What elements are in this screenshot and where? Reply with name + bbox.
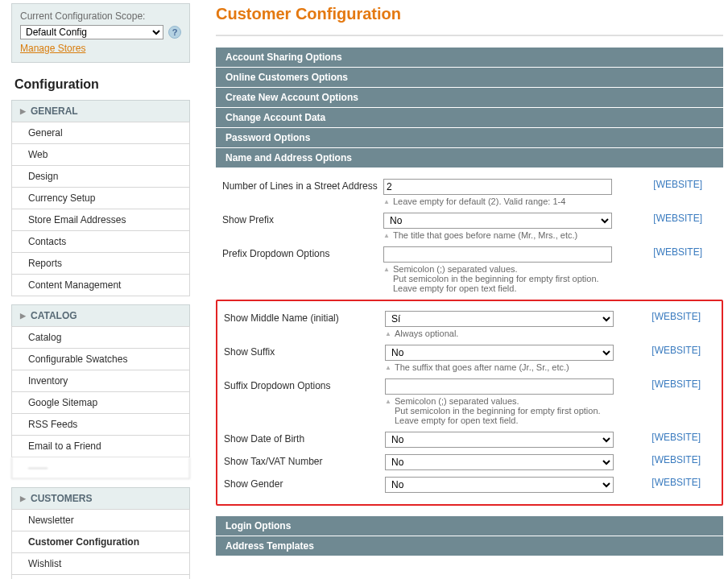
section-online-customers[interactable]: Online Customers Options: [216, 68, 723, 87]
help-icon[interactable]: ?: [168, 26, 181, 39]
section-address-templates[interactable]: Address Templates: [216, 536, 723, 556]
nav-item-design[interactable]: Design: [11, 166, 190, 188]
nav-item-sitemap[interactable]: Google Sitemap: [11, 392, 190, 414]
scope-link[interactable]: [WEBSITE]: [653, 179, 702, 190]
scope-link[interactable]: [WEBSITE]: [653, 213, 702, 224]
scope-select[interactable]: Default Config: [20, 25, 163, 39]
nav-item-inventory[interactable]: Inventory: [11, 370, 190, 392]
select-suffix[interactable]: No: [385, 345, 614, 361]
hint-suffix-opts-3: Leave empty for open text field.: [385, 416, 614, 425]
label-middle: Show Middle Name (initial): [224, 311, 385, 324]
scope-link[interactable]: [WEBSITE]: [651, 345, 701, 356]
section-password[interactable]: Password Options: [216, 128, 723, 147]
section-account-sharing[interactable]: Account Sharing Options: [216, 48, 723, 67]
hint-lines: Leave empty for default (2). Valid range…: [393, 196, 565, 206]
nav-item-store-email[interactable]: Store Email Addresses: [11, 209, 190, 231]
scope-link[interactable]: [WEBSITE]: [651, 454, 701, 465]
nav-item-newsletter[interactable]: Newsletter: [11, 509, 190, 531]
triangle-up-icon: ▲: [383, 264, 390, 274]
triangle-up-icon: ▲: [385, 362, 391, 372]
scope-link[interactable]: [WEBSITE]: [651, 311, 701, 322]
nav-group-customers[interactable]: ▶ CUSTOMERS: [11, 487, 190, 509]
label-tax: Show Tax/VAT Number: [224, 454, 385, 467]
select-prefix[interactable]: No: [383, 213, 612, 229]
title-rule: [216, 35, 723, 36]
nav-item-customer-config[interactable]: Customer Configuration: [11, 531, 190, 553]
label-suffix: Show Suffix: [224, 345, 385, 358]
nav-item-promotions[interactable]: Promotions: [11, 575, 190, 579]
scope-link[interactable]: [WEBSITE]: [651, 378, 701, 390]
nav-item-currency[interactable]: Currency Setup: [11, 188, 190, 209]
nav-item-cms[interactable]: Content Management: [11, 275, 190, 296]
hint-prefix-opts-1: Semicolon (;) separated values.: [393, 264, 518, 274]
triangle-up-icon: ▲: [385, 396, 391, 406]
scope-link[interactable]: [WEBSITE]: [651, 477, 701, 488]
nav-item-contacts[interactable]: Contacts: [11, 231, 190, 253]
section-create-account[interactable]: Create New Account Options: [216, 88, 723, 107]
nav-group-catalog[interactable]: ▶ CATALOG: [11, 304, 190, 326]
nav-item-email-friend[interactable]: Email to a Friend: [11, 436, 190, 457]
label-prefix-opts: Prefix Dropdown Options: [222, 246, 383, 259]
hint-prefix-opts-3: Leave empty for open text field.: [383, 283, 612, 293]
label-lines: Number of Lines in a Street Address: [222, 179, 383, 192]
hint-suffix: The suffix that goes after name (Jr., Sr…: [395, 362, 569, 372]
label-suffix-opts: Suffix Dropdown Options: [224, 378, 385, 391]
hint-suffix-opts-1: Semicolon (;) separated values.: [395, 396, 519, 406]
nav-group-label: GENERAL: [31, 105, 78, 117]
triangle-up-icon: ▲: [383, 196, 390, 206]
input-prefix-opts[interactable]: [383, 246, 612, 263]
nav-item-reports[interactable]: Reports: [11, 253, 190, 275]
hint-prefix-opts-2: Put semicolon in the beginning for empty…: [383, 274, 612, 283]
nav-item-catalog[interactable]: Catalog: [11, 326, 190, 349]
triangle-up-icon: ▲: [383, 230, 390, 240]
nav-group-label: CATALOG: [31, 310, 77, 321]
hint-suffix-opts-2: Put semicolon in the beginning for empty…: [385, 406, 614, 416]
nav-item-hidden[interactable]: ——: [11, 457, 190, 479]
select-gender[interactable]: No: [385, 477, 614, 493]
label-gender: Show Gender: [224, 477, 385, 490]
chevron-right-icon: ▶: [20, 107, 26, 115]
name-address-body-top: Number of Lines in a Street Address ▲Lea…: [216, 169, 723, 298]
page-title: Customer Configuration: [216, 5, 723, 23]
chevron-right-icon: ▶: [20, 312, 26, 320]
nav-item-swatches[interactable]: Configurable Swatches: [11, 349, 190, 370]
triangle-up-icon: ▲: [385, 329, 391, 338]
input-suffix-opts[interactable]: [385, 378, 614, 395]
select-tax[interactable]: No: [385, 454, 614, 470]
section-change-account[interactable]: Change Account Data: [216, 108, 723, 127]
nav-group-label: CUSTOMERS: [31, 493, 92, 504]
nav-item-wishlist[interactable]: Wishlist: [11, 553, 190, 575]
section-login[interactable]: Login Options: [216, 516, 723, 536]
nav-item-web[interactable]: Web: [11, 144, 190, 166]
scope-box: Current Configuration Scope: Default Con…: [11, 3, 190, 63]
select-middle[interactable]: Sí: [385, 311, 614, 327]
scope-label: Current Configuration Scope:: [20, 10, 181, 22]
nav-item-rss[interactable]: RSS Feeds: [11, 414, 190, 436]
label-prefix: Show Prefix: [222, 213, 383, 225]
scope-link[interactable]: [WEBSITE]: [651, 432, 701, 443]
section-name-address[interactable]: Name and Address Options: [216, 148, 723, 167]
select-dob[interactable]: No: [385, 432, 614, 448]
nav-group-general[interactable]: ▶ GENERAL: [11, 100, 190, 122]
manage-stores-link[interactable]: Manage Stores: [20, 43, 85, 54]
scope-link[interactable]: [WEBSITE]: [653, 246, 702, 258]
hint-prefix: The title that goes before name (Mr., Mr…: [393, 230, 577, 240]
hint-middle: Always optional.: [395, 329, 459, 338]
nav-item-general[interactable]: General: [11, 122, 190, 144]
sidebar-heading: Configuration: [14, 77, 190, 92]
input-lines[interactable]: [383, 179, 612, 195]
name-address-body-highlight: Show Middle Name (initial) Sí ▲Always op…: [216, 300, 723, 506]
chevron-right-icon: ▶: [20, 494, 26, 502]
label-dob: Show Date of Birth: [224, 432, 385, 445]
